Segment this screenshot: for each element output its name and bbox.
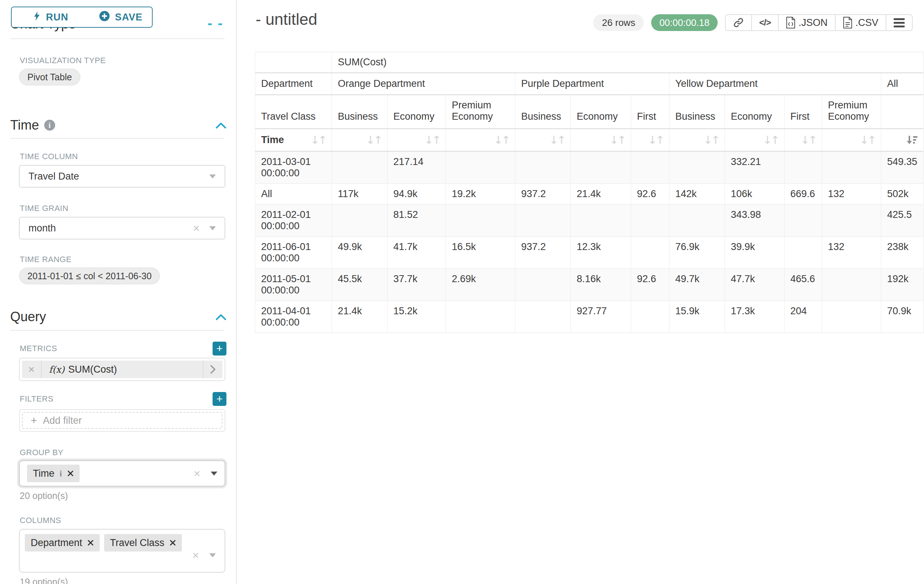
bolt-icon [33, 11, 41, 24]
time-column-select[interactable]: Travel Date [19, 165, 225, 188]
pivot-column-sort[interactable]: ↓↑ [571, 129, 631, 151]
chart-header-actions: 26 rows 00:00:00.18 </> .JSON [593, 14, 912, 31]
pivot-cell: 15.2k [388, 301, 446, 333]
pivot-column-sort[interactable]: ↓↑ [725, 129, 784, 151]
remove-chip-icon[interactable] [87, 540, 94, 546]
pivot-cell: 142k [670, 184, 725, 204]
remove-chip-icon[interactable] [170, 540, 176, 546]
save-button[interactable]: SAVE [89, 7, 152, 27]
json-file-icon [786, 17, 795, 28]
pivot-row-label: All [255, 184, 332, 204]
pivot-column-sort[interactable]: ↓↑ [822, 129, 881, 151]
pivot-table: SUM(Cost)DepartmentOrange DepartmentPurp… [255, 52, 924, 333]
group-by-label: GROUP BY [20, 448, 237, 457]
caret-down-icon[interactable] [209, 553, 216, 558]
group-by-select[interactable]: Time i × [19, 460, 225, 487]
pivot-cell: 669.6 [784, 184, 822, 204]
sort-icon[interactable]: ↓↑ [860, 133, 875, 146]
sort-icon[interactable]: ↓↑ [549, 133, 564, 146]
export-csv-button[interactable]: .CSV [836, 15, 886, 30]
pivot-row: 2011-05-01 00:00:0045.5k37.7k2.69k8.16k9… [255, 269, 924, 301]
pivot-row: 2011-03-01 00:00:00217.14332.21549.35 [255, 151, 924, 184]
pivot-row-dimension-sort[interactable]: Time↓↑ [255, 129, 332, 151]
export-json-button[interactable]: .JSON [779, 15, 836, 30]
time-grain-value: month [28, 223, 56, 234]
pivot-group-header: All [881, 73, 924, 95]
fx-icon: f(x) [49, 364, 64, 375]
chevron-up-icon[interactable] [216, 122, 226, 129]
time-range-value[interactable]: 2011-01-01 ≤ col < 2011-06-30 [19, 268, 160, 285]
clear-icon[interactable]: × [193, 222, 200, 234]
group-by-chip-time[interactable]: Time i [27, 465, 79, 482]
pivot-subcolumn-header: Business [332, 95, 388, 129]
sort-desc-icon[interactable] [906, 135, 917, 146]
visualization-type-value[interactable]: Pivot Table [19, 69, 80, 86]
chevron-up-icon[interactable] [216, 313, 226, 321]
pivot-cell [571, 204, 631, 237]
chart-title[interactable]: - untitled [256, 10, 317, 28]
info-icon[interactable]: i [44, 120, 55, 131]
pivot-column-sort[interactable]: ↓↑ [332, 129, 388, 151]
pivot-cell: 937.2 [515, 237, 571, 269]
pivot-cell [332, 204, 388, 237]
time-section-header: Time i [10, 118, 226, 133]
sort-icon[interactable]: ↓↑ [763, 133, 778, 146]
pivot-cell: 192k [881, 269, 924, 301]
pivot-cell: 45.5k [332, 269, 388, 301]
clear-icon[interactable]: × [193, 467, 201, 479]
metrics-header-row: METRICS + [20, 342, 226, 355]
columns-option-count: 19 option(s) [20, 577, 237, 584]
add-filter-button[interactable]: + [213, 392, 226, 406]
pivot-column-sort[interactable]: ↓↑ [388, 129, 446, 151]
pivot-cell: 465.6 [784, 269, 822, 301]
sort-icon[interactable]: ↓↑ [424, 133, 440, 146]
remove-chip-icon[interactable] [67, 470, 74, 477]
sort-icon[interactable]: ↓↑ [800, 133, 816, 146]
pivot-cell [446, 301, 515, 333]
metrics-container: × f(x) SUM(Cost) [19, 358, 225, 381]
more-options-button[interactable] [886, 15, 912, 30]
view-query-button[interactable]: </> [752, 15, 779, 30]
chart-type-collapse-icon[interactable] [208, 23, 212, 25]
add-metric-button[interactable]: + [213, 342, 226, 355]
caret-down-icon[interactable] [209, 174, 216, 178]
pivot-cell [515, 269, 571, 301]
sort-icon[interactable]: ↓↑ [610, 133, 625, 146]
sort-icon[interactable]: ↓↑ [648, 133, 663, 146]
pivot-column-sort[interactable]: ↓↑ [446, 129, 515, 151]
pivot-subcolumn-header: Economy [388, 95, 446, 129]
pivot-column-sort[interactable]: ↓↑ [515, 129, 571, 151]
chart-type-collapse-icon[interactable] [218, 23, 222, 25]
chevron-right-icon[interactable] [203, 360, 223, 378]
pivot-column-sort[interactable] [881, 129, 924, 151]
pivot-cell: 49.9k [332, 237, 388, 269]
info-icon[interactable]: i [59, 469, 62, 479]
pivot-group-header: Yellow Department [670, 73, 881, 95]
columns-chip-travel-class[interactable]: Travel Class [104, 534, 182, 551]
remove-metric-icon[interactable]: × [22, 360, 42, 378]
clear-icon[interactable]: × [192, 549, 199, 561]
caret-down-icon[interactable] [209, 226, 216, 230]
share-link-button[interactable] [726, 15, 752, 30]
sort-icon[interactable]: ↓↑ [310, 133, 326, 146]
sort-icon[interactable]: ↓↑ [494, 133, 509, 146]
code-icon: </> [759, 18, 771, 28]
pivot-column-sort[interactable]: ↓↑ [631, 129, 670, 151]
pivot-cell: 49.7k [670, 269, 725, 301]
sort-icon[interactable]: ↓↑ [366, 133, 381, 146]
sort-icon[interactable]: ↓↑ [703, 133, 719, 146]
pivot-subcolumn-header: Premium Economy [446, 95, 515, 129]
run-button[interactable]: RUN [12, 7, 89, 27]
pivot-subcolumn-header: Economy [571, 95, 631, 129]
pivot-column-sort[interactable]: ↓↑ [670, 129, 725, 151]
pivot-cell [631, 237, 670, 269]
columns-chip-department[interactable]: Department [25, 534, 100, 551]
add-filter-dropzone[interactable]: + Add filter [22, 412, 223, 429]
time-grain-select[interactable]: month × [19, 217, 225, 239]
pivot-cell [822, 204, 881, 237]
csv-file-icon [843, 17, 852, 28]
columns-select[interactable]: Department Travel Class × [19, 529, 225, 572]
metric-item[interactable]: × f(x) SUM(Cost) [22, 360, 223, 378]
caret-down-icon[interactable] [211, 472, 217, 475]
pivot-column-sort[interactable]: ↓↑ [784, 129, 822, 151]
